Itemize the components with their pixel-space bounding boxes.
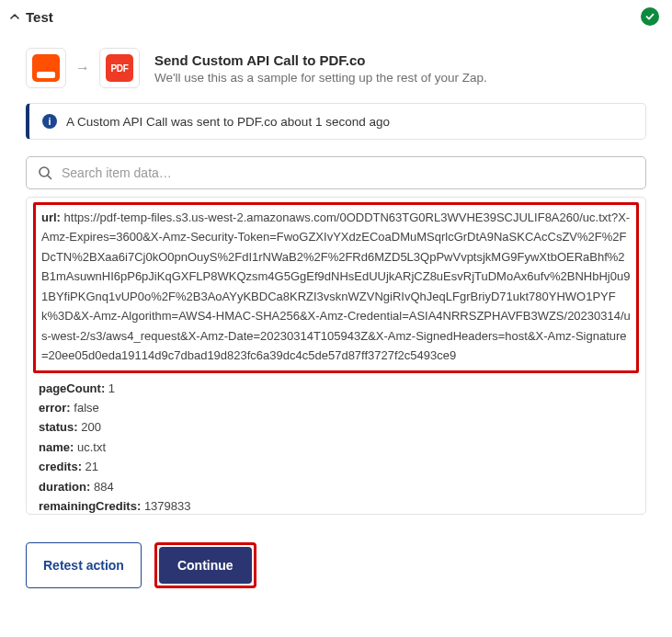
continue-button[interactable]: Continue bbox=[159, 547, 252, 584]
step-subtitle: We'll use this as a sample for setting u… bbox=[154, 71, 487, 85]
info-icon: i bbox=[42, 114, 57, 129]
step-row: → PDF Send Custom API Call to PDF.co We'… bbox=[26, 31, 646, 103]
section-title: Test bbox=[26, 9, 53, 25]
result-status: status: 200 bbox=[33, 417, 639, 437]
retest-button[interactable]: Retest action bbox=[26, 542, 142, 588]
result-name: name: uc.txt bbox=[33, 438, 639, 457]
continue-highlight: Continue bbox=[154, 542, 256, 588]
source-app-icon bbox=[32, 54, 60, 82]
content-area: → PDF Send Custom API Call to PDF.co We'… bbox=[0, 31, 672, 605]
step-text: Send Custom API Call to PDF.co We'll use… bbox=[149, 51, 487, 85]
step-title: Send Custom API Call to PDF.co bbox=[154, 51, 487, 70]
section-header[interactable]: Test bbox=[0, 0, 672, 31]
pdf-app-icon: PDF bbox=[106, 54, 133, 82]
result-scroll[interactable]: url: https://pdf-temp-files.s3.us-west-2… bbox=[27, 198, 645, 514]
chevron-up-icon bbox=[9, 11, 20, 22]
result-url: url: https://pdf-temp-files.s3.us-west-2… bbox=[41, 208, 631, 366]
svg-line-1 bbox=[48, 176, 51, 179]
arrow-right-icon: → bbox=[75, 60, 90, 76]
search-input[interactable] bbox=[62, 165, 634, 180]
url-key: url: bbox=[41, 210, 61, 224]
app-target-box: PDF bbox=[99, 48, 140, 88]
result-credits: credits: 21 bbox=[33, 457, 639, 476]
result-error: error: false bbox=[33, 398, 639, 417]
result-pagecount: pageCount: 1 bbox=[33, 379, 639, 398]
search-icon bbox=[38, 165, 52, 180]
search-box[interactable] bbox=[26, 156, 646, 189]
result-duration: duration: 884 bbox=[33, 477, 639, 496]
info-banner: i A Custom API Call was sent to PDF.co a… bbox=[26, 103, 646, 140]
result-remaining-credits: remainingCredits: 1379833 bbox=[33, 496, 639, 514]
app-source-box bbox=[26, 48, 66, 88]
header-left: Test bbox=[9, 9, 53, 25]
url-value: https://pdf-temp-files.s3.us-west-2.amaz… bbox=[41, 210, 631, 362]
success-icon bbox=[641, 7, 659, 26]
url-highlight-block: url: https://pdf-temp-files.s3.us-west-2… bbox=[33, 202, 639, 373]
info-banner-text: A Custom API Call was sent to PDF.co abo… bbox=[66, 115, 390, 129]
button-row: Retest action Continue bbox=[26, 515, 646, 588]
result-area: url: https://pdf-temp-files.s3.us-west-2… bbox=[26, 197, 646, 515]
